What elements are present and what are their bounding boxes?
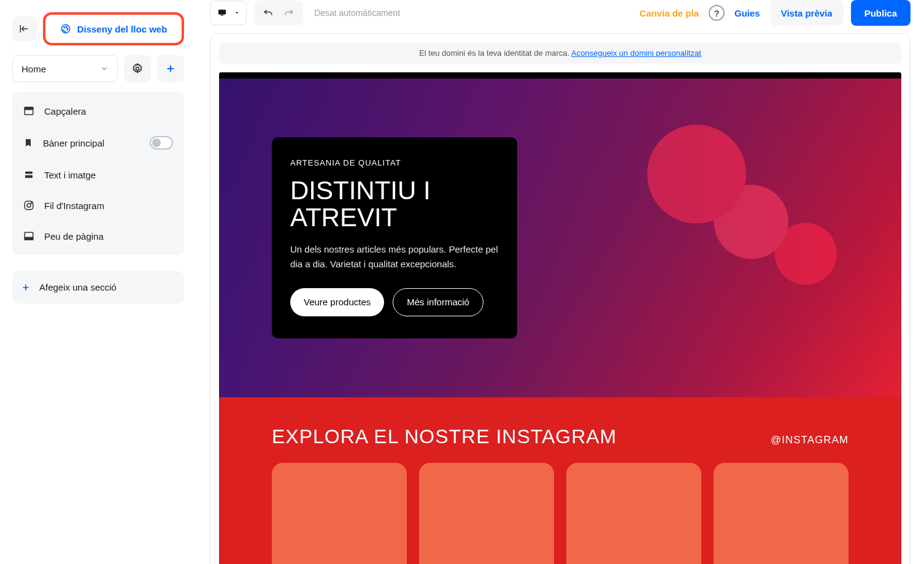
- section-instagram[interactable]: Fil d'Instagram: [16, 190, 180, 221]
- toolbar: Desat automàticament Canvia de pla ? Gui…: [196, 0, 924, 26]
- add-page-button[interactable]: [157, 55, 184, 82]
- instagram-card[interactable]: [566, 463, 701, 564]
- svg-rect-8: [25, 175, 33, 178]
- stack-icon: [23, 169, 34, 180]
- svg-point-1: [63, 27, 64, 28]
- sidebar: Disseny del lloc web Home Capçalera Bàne…: [0, 0, 196, 564]
- back-icon: [19, 23, 30, 34]
- section-label: Peu de pàgina: [44, 231, 104, 242]
- instagram-card[interactable]: [272, 463, 407, 564]
- page-select[interactable]: Home: [12, 55, 118, 82]
- footer-icon: [23, 231, 34, 242]
- section-label: Capçalera: [44, 106, 86, 116]
- domain-banner-link[interactable]: Aconsegueix un domini personalitzat: [571, 48, 701, 58]
- preview-button[interactable]: Vista prèvia: [770, 0, 844, 26]
- svg-point-3: [67, 29, 68, 30]
- section-header[interactable]: Capçalera: [16, 96, 180, 126]
- desktop-icon: [217, 8, 228, 18]
- svg-point-2: [66, 26, 67, 28]
- undo-icon: [263, 7, 274, 18]
- page-settings-button[interactable]: [124, 55, 151, 82]
- section-label: Text i imatge: [44, 170, 96, 180]
- instagram-card[interactable]: [714, 463, 849, 564]
- add-section-button[interactable]: Afegeix una secció: [12, 271, 184, 303]
- redo-icon: [283, 7, 295, 18]
- hero-section[interactable]: ARTESANIA DE QUALITAT DISTINTIU I ATREVI…: [219, 72, 901, 397]
- svg-point-11: [31, 202, 32, 204]
- add-section-label: Afegeix una secció: [39, 282, 117, 292]
- section-label: Bàner principal: [43, 138, 104, 148]
- svg-rect-14: [218, 10, 226, 15]
- section-banner[interactable]: Bàner principal: [16, 126, 180, 159]
- hero-cta-primary[interactable]: Veure productes: [290, 288, 384, 316]
- main: Desat automàticament Canvia de pla ? Gui…: [196, 0, 924, 564]
- banner-toggle[interactable]: [150, 136, 173, 150]
- hero-cta-secondary[interactable]: Més informació: [393, 288, 483, 316]
- svg-rect-13: [25, 237, 33, 240]
- svg-rect-15: [221, 15, 223, 15]
- palette-icon: [60, 23, 71, 34]
- caret-down-icon: [234, 10, 240, 16]
- autosave-status: Desat automàticament: [314, 8, 400, 18]
- site-preview[interactable]: ARTESANIA DE QUALITAT DISTINTIU I ATREVI…: [219, 72, 901, 564]
- bookmark-icon: [23, 137, 33, 148]
- svg-point-4: [136, 67, 139, 70]
- instagram-grid: [272, 463, 849, 564]
- svg-point-10: [27, 204, 31, 207]
- redo-button[interactable]: [279, 2, 299, 23]
- hero-card: ARTESANIA DE QUALITAT DISTINTIU I ATREVI…: [272, 137, 517, 338]
- device-selector[interactable]: [210, 1, 247, 25]
- publish-button[interactable]: Publica: [851, 0, 911, 26]
- design-site-button[interactable]: Disseny del lloc web: [43, 12, 184, 45]
- undo-button[interactable]: [258, 2, 279, 23]
- change-plan-link[interactable]: Canvia de pla: [637, 3, 701, 23]
- design-site-label: Disseny del lloc web: [77, 24, 167, 34]
- hero-description: Un dels nostres articles més populars. P…: [290, 242, 499, 271]
- domain-banner: El teu domini és la teva identitat de ma…: [219, 42, 901, 64]
- chevron-down-icon: [100, 64, 109, 73]
- section-footer[interactable]: Peu de pàgina: [16, 221, 180, 251]
- page-select-value: Home: [21, 64, 46, 74]
- header-icon: [23, 105, 34, 116]
- domain-banner-text: El teu domini és la teva identitat de ma…: [419, 48, 569, 58]
- instagram-section[interactable]: EXPLORA EL NOSTRE INSTAGRAM @INSTAGRAM: [219, 397, 901, 564]
- plus-icon: [165, 63, 176, 74]
- instagram-handle[interactable]: @INSTAGRAM: [771, 434, 849, 446]
- instagram-card[interactable]: [419, 463, 554, 564]
- svg-rect-7: [25, 172, 33, 174]
- history-controls: [254, 1, 303, 25]
- help-button[interactable]: ?: [709, 5, 725, 21]
- guides-link[interactable]: Guies: [732, 3, 763, 23]
- hero-title: DISTINTIU I ATREVIT: [290, 177, 499, 231]
- section-label: Fil d'Instagram: [44, 200, 104, 211]
- plus-icon: [21, 283, 31, 292]
- instagram-title: EXPLORA EL NOSTRE INSTAGRAM: [272, 425, 617, 448]
- sections-list: Capçalera Bàner principal Text i imatge …: [12, 92, 184, 255]
- back-button[interactable]: [12, 17, 37, 41]
- gear-icon: [131, 63, 144, 75]
- canvas-frame: El teu domini és la teva identitat de ma…: [210, 33, 911, 564]
- instagram-icon: [23, 200, 34, 211]
- section-text-image[interactable]: Text i imatge: [16, 159, 180, 190]
- hero-eyebrow: ARTESANIA DE QUALITAT: [290, 158, 499, 167]
